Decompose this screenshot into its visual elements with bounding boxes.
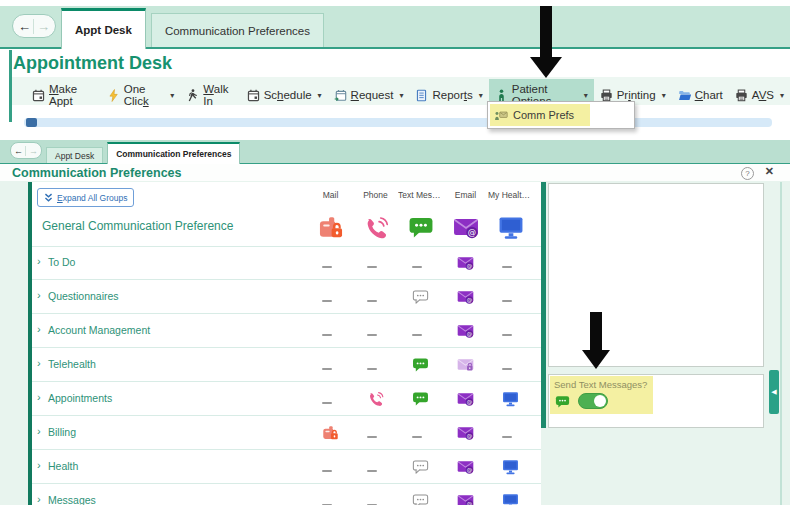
pref-cell-dash[interactable] <box>488 322 533 339</box>
chevron-right-icon: › <box>37 357 41 369</box>
annotation-arrow-send-text <box>582 312 610 369</box>
email-at-icon: @ <box>457 458 474 475</box>
toolbar-button-avs[interactable]: AVS▾ <box>729 85 790 106</box>
sidebar-collapse-handle[interactable]: ◀ <box>769 370 779 414</box>
dash-icon <box>502 356 519 373</box>
pref-cell-monitor[interactable] <box>488 458 533 475</box>
tab-communication-preferences[interactable]: Communication Preferences <box>151 13 324 47</box>
pref-cell-email-at[interactable]: @ <box>443 322 488 339</box>
pref-row-account-management[interactable]: ›Account Management@ <box>32 314 541 348</box>
general-preference-row: General Communication Preference @ <box>32 208 541 247</box>
pref-cell-email-at[interactable]: @ <box>443 288 488 305</box>
toolbar-button-one-click[interactable]: One Click▾ <box>101 79 181 111</box>
phone-icon <box>367 390 384 407</box>
toolbar-button-reports[interactable]: Reports▾ <box>409 85 488 106</box>
forward-arrow-icon[interactable]: → <box>33 19 50 34</box>
pref-cell-dash[interactable] <box>488 356 533 373</box>
close-icon[interactable]: ✕ <box>765 165 774 178</box>
pref-cell-bubble-green[interactable] <box>398 214 443 240</box>
panel-splitter[interactable] <box>541 182 546 428</box>
pref-row-billing[interactable]: ›Billing@ <box>32 416 541 450</box>
pref-row-label: Appointments <box>48 392 112 404</box>
pref-cell-dash[interactable] <box>308 322 353 339</box>
tab-appt-desk[interactable]: Appt Desk <box>46 147 103 163</box>
chevron-down-icon: ▾ <box>479 91 483 100</box>
pref-row-telehealth[interactable]: ›Telehealth <box>32 348 541 382</box>
expand-all-groups-label: Expand All Groups <box>57 193 127 203</box>
toolbar-button-schedule[interactable]: Schedule▾ <box>241 85 328 106</box>
pref-cell-monitor[interactable] <box>488 390 533 407</box>
pref-cell-monitor[interactable] <box>488 214 533 240</box>
pref-row-appointments[interactable]: ›Appointments@ <box>32 382 541 416</box>
pref-cell-dash[interactable] <box>353 254 398 271</box>
title-bar: Communication Preferences ? ✕ <box>0 164 790 181</box>
toolbar-button-chart[interactable]: Chart <box>672 85 729 106</box>
toolbar-button-make-appt[interactable]: Make Appt <box>26 79 101 111</box>
pref-cell-email-at[interactable]: @ <box>443 254 488 271</box>
pref-cell-mailbox-lock[interactable] <box>308 424 353 441</box>
tab-communication-preferences[interactable]: Communication Preferences <box>107 142 240 164</box>
pref-cell-email-lock-faded[interactable] <box>443 356 488 373</box>
pref-cell-bubble-gray[interactable] <box>398 492 443 505</box>
pref-cell-mailbox-lock[interactable] <box>308 214 353 240</box>
pref-cell-dash[interactable] <box>353 492 398 505</box>
pref-cell-bubble-gray[interactable] <box>398 288 443 305</box>
pref-cell-email-at[interactable]: @ <box>443 390 488 407</box>
pref-cell-email-at[interactable]: @ <box>443 458 488 475</box>
pref-cell-dash[interactable] <box>353 322 398 339</box>
pref-cell-dash[interactable] <box>398 322 443 339</box>
send-text-messages-toggle[interactable] <box>578 393 608 409</box>
pref-cell-dash[interactable] <box>488 288 533 305</box>
pref-cell-bubble-gray[interactable] <box>398 458 443 475</box>
pref-cell-dash[interactable] <box>398 424 443 441</box>
pref-cell-dash[interactable] <box>398 254 443 271</box>
pref-row-questionnaires[interactable]: ›Questionnaires@ <box>32 280 541 314</box>
pref-row-messages[interactable]: ›Messages@ <box>32 484 541 505</box>
pref-cell-dash[interactable] <box>353 458 398 475</box>
menu-item-comm-prefs[interactable]: Comm Prefs <box>490 104 590 126</box>
pref-cell-phone[interactable] <box>353 214 398 240</box>
dash-icon <box>367 356 384 373</box>
pref-cell-email-at[interactable]: @ <box>443 492 488 505</box>
help-icon[interactable]: ? <box>741 167 754 180</box>
toolbar-button-label: Schedule <box>264 89 312 101</box>
svg-text:@: @ <box>467 263 473 269</box>
email-at-icon: @ <box>457 288 474 305</box>
toolbar-button-request[interactable]: Request▾ <box>328 85 410 106</box>
expand-all-groups-button[interactable]: Expand All Groups <box>37 188 134 207</box>
toolbar-button-label: Printing <box>617 89 656 101</box>
pref-cell-bubble-green[interactable] <box>398 390 443 407</box>
pref-cell-email-at[interactable]: @ <box>443 424 488 441</box>
back-arrow-icon[interactable]: ← <box>14 146 23 156</box>
pref-row-to-do[interactable]: ›To Do@ <box>32 246 541 280</box>
pref-cell-dash[interactable] <box>308 288 353 305</box>
scrollbar-thumb[interactable] <box>26 118 37 127</box>
pref-cell-dash[interactable] <box>308 390 353 407</box>
pref-cell-dash[interactable] <box>308 492 353 505</box>
calendar-icon <box>32 89 45 102</box>
toolbar-button-label: AVS <box>752 89 774 101</box>
tab-appt-desk[interactable]: Appt Desk <box>61 8 146 49</box>
pref-cell-monitor[interactable] <box>488 492 533 505</box>
pref-cell-dash[interactable] <box>353 424 398 441</box>
annotation-arrow-patient-options <box>530 6 562 78</box>
back-arrow-icon[interactable]: ← <box>18 19 31 34</box>
pref-cell-dash[interactable] <box>308 356 353 373</box>
pref-cell-dash[interactable] <box>353 356 398 373</box>
pref-cell-phone[interactable] <box>353 390 398 407</box>
pref-row-label: Health <box>48 460 78 472</box>
dash-icon <box>367 424 384 441</box>
pref-cell-dash[interactable] <box>308 254 353 271</box>
pref-cell-dash[interactable] <box>488 254 533 271</box>
pref-cell-bubble-green[interactable] <box>398 356 443 373</box>
forward-arrow-icon[interactable]: → <box>25 146 38 156</box>
pref-cell-dash[interactable] <box>488 424 533 441</box>
dash-icon <box>367 322 384 339</box>
horizontal-scrollbar[interactable] <box>24 118 772 127</box>
pref-cell-dash[interactable] <box>308 458 353 475</box>
pref-cell-email-at[interactable]: @ <box>443 214 488 240</box>
phone-icon <box>363 214 389 240</box>
pref-cell-dash[interactable] <box>353 288 398 305</box>
toolbar-button-walk-in[interactable]: Walk In <box>180 79 240 111</box>
pref-row-health[interactable]: ›Health@ <box>32 450 541 484</box>
